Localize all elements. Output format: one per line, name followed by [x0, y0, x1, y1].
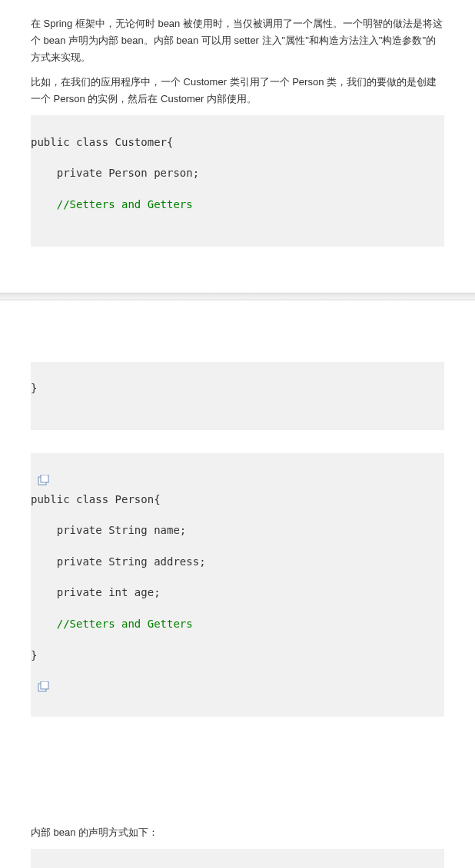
svg-rect-1: [41, 475, 48, 482]
code-line: private String address;: [31, 554, 444, 569]
intro-section: 在 Spring 框架中，无论何时 bean 被使用时，当仅被调用了一个属性。一…: [0, 0, 475, 270]
paragraph-2: 比如，在我们的应用程序中，一个 Customer 类引用了一个 Person 类…: [31, 74, 444, 108]
code-block-xml: <bean id="CustomerBean" class="com.somnu…: [31, 849, 444, 868]
spacer: [0, 740, 475, 817]
paragraph-1: 在 Spring 框架中，无论何时 bean 被使用时，当仅被调用了一个属性。一…: [31, 15, 444, 66]
xml-section: 内部 bean 的声明方式如下： <bean id="CustomerBean"…: [0, 824, 475, 868]
person-section: } public class Person{ private String na…: [0, 362, 475, 740]
svg-rect-3: [41, 681, 48, 689]
copy-icon[interactable]: [37, 475, 51, 485]
code-line: //Setters and Getters: [31, 616, 444, 631]
code-line: }: [31, 380, 444, 396]
code-line: private String name;: [31, 522, 444, 538]
copy-icon[interactable]: [37, 681, 51, 692]
section-divider: [0, 293, 475, 300]
code-line: //Setters and Getters: [31, 197, 444, 212]
code-block-person: public class Person{ private String name…: [31, 453, 444, 717]
code-line: public class Person{: [31, 492, 444, 507]
code-line: private int age;: [31, 585, 444, 600]
code-block-close-brace: }: [31, 362, 444, 430]
paragraph-3: 内部 bean 的声明方式如下：: [31, 824, 444, 841]
code-line: }: [31, 648, 444, 663]
code-line: public class Customer{: [31, 134, 444, 150]
code-block-customer: public class Customer{ private Person pe…: [31, 115, 444, 246]
code-line: private Person person;: [31, 165, 444, 181]
